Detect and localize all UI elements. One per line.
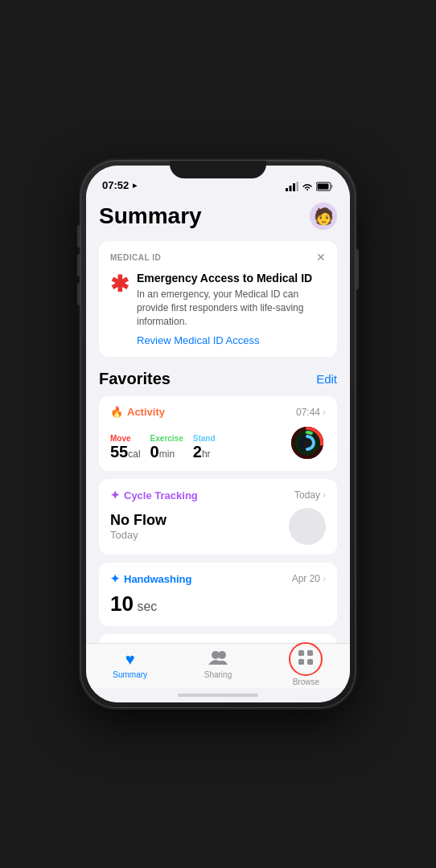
medical-card-label: MEDICAL ID [110,253,161,262]
medical-text: Emergency Access to Medical ID In an eme… [137,272,326,347]
svg-rect-2 [293,183,295,191]
signal-icon [286,182,298,191]
favorites-title: Favorites [99,370,171,388]
sharing-tab-label: Sharing [204,670,232,679]
activity-card[interactable]: 🔥 Activity 07:44 › Move 55cal [99,396,337,471]
cycle-content: No Flow Today [110,508,326,545]
browse-icon [298,650,313,669]
exercise-value-display: 0min [150,443,183,461]
sharing-icon [208,650,228,669]
scroll-area[interactable]: Summary 🧑 MEDICAL ID ✕ ✱ Emergency Acces… [86,194,350,643]
handwashing-time: Apr 20 › [292,573,326,584]
activity-icon: 🔥 [110,406,123,418]
location-icon: ▸ [133,181,137,190]
summary-tab-label: Summary [113,670,147,679]
activity-ring [289,424,326,461]
phone-screen: 07:52 ▸ [86,166,350,702]
page-title: Summary [99,203,202,229]
cycle-chevron: › [323,489,326,501]
cycle-sub-value: Today [110,529,167,541]
activity-time: 07:44 › [296,407,326,418]
cycle-time: Today › [294,489,326,501]
time-display: 07:52 [102,179,129,191]
stand-metric: Stand 2hr [193,434,216,461]
svg-rect-3 [297,182,299,191]
summary-icon: ♥ [125,650,135,669]
cycle-main-value: No Flow [110,512,167,529]
handwashing-title: ✦ Handwashing [110,572,192,585]
cycle-text: No Flow Today [110,512,167,541]
tab-browse[interactable]: Browse [262,642,350,686]
cycle-circle-graphic [289,508,326,545]
edit-button[interactable]: Edit [316,372,337,386]
cycle-card[interactable]: ✦ Cycle Tracking Today › No Flow Today [99,479,337,555]
browse-tab-label: Browse [293,678,319,686]
svg-point-15 [218,651,226,659]
cycle-title: ✦ Cycle Tracking [110,489,198,502]
handwashing-card-header: ✦ Handwashing Apr 20 › [110,572,326,585]
svg-rect-5 [331,185,333,188]
svg-rect-19 [307,659,313,665]
home-bar [178,694,258,697]
medical-title: Emergency Access to Medical ID [137,272,326,285]
tab-summary[interactable]: ♥ Summary [86,650,174,679]
svg-rect-18 [298,659,304,665]
exercise-metric: Exercise 0min [150,434,183,461]
status-icons [286,182,334,191]
favorites-header: Favorites Edit [99,370,337,388]
notch [170,161,266,178]
activity-chevron: › [323,407,326,418]
battery-icon [316,182,334,191]
handwashing-icon: ✦ [110,572,120,585]
tab-bar: ♥ Summary Sharing [86,643,350,688]
medical-star-icon: ✱ [110,273,129,296]
medical-id-card: MEDICAL ID ✕ ✱ Emergency Access to Medic… [99,241,337,357]
close-button[interactable]: ✕ [316,251,326,264]
move-label: Move [110,434,141,443]
svg-rect-0 [286,188,288,191]
exercise-label: Exercise [150,434,183,443]
wifi-icon [302,182,313,191]
move-value-display: 55cal [110,443,141,461]
status-time: 07:52 ▸ [102,179,137,191]
svg-rect-17 [307,650,313,656]
page-header: Summary 🧑 [99,201,337,230]
home-indicator [86,688,350,702]
move-metric: Move 55cal [110,434,141,461]
activity-metrics: Move 55cal Exercise 0min Sta [110,424,326,461]
handwashing-value-display: 10 sec [110,592,326,616]
activity-card-header: 🔥 Activity 07:44 › [110,406,326,418]
handwashing-chevron: › [323,573,326,584]
browse-highlight-ring [289,642,323,676]
svg-rect-1 [290,186,292,191]
cycle-icon: ✦ [110,489,120,502]
stand-label: Stand [193,434,216,443]
svg-rect-16 [298,650,304,656]
cycle-card-header: ✦ Cycle Tracking Today › [110,489,326,502]
activity-title: 🔥 Activity [110,406,165,418]
phone-frame: 07:52 ▸ [81,161,355,707]
medical-card-body: ✱ Emergency Access to Medical ID In an e… [110,272,326,347]
handwashing-card[interactable]: ✦ Handwashing Apr 20 › 10 sec [99,563,337,626]
avatar[interactable]: 🧑 [310,203,337,230]
svg-rect-6 [318,184,329,190]
stand-value-display: 2hr [193,443,216,461]
tab-sharing[interactable]: Sharing [174,650,261,679]
review-medical-link[interactable]: Review Medical ID Access [137,334,259,346]
medical-card-header: MEDICAL ID ✕ [110,251,326,264]
medical-description: In an emergency, your Medical ID can pro… [137,288,326,328]
